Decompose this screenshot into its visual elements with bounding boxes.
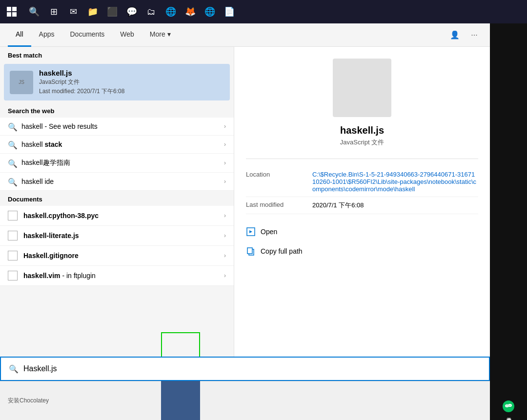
chevron-down-icon: ▾ bbox=[167, 30, 171, 38]
search-icon: 🔍 bbox=[8, 122, 16, 130]
detail-row-modified: Last modified 2020/7/1 下午6:08 bbox=[246, 197, 478, 214]
web-section-header: Search the web bbox=[0, 102, 234, 118]
start-button[interactable] bbox=[0, 0, 23, 23]
result-text-3: haskell趣学指南 bbox=[21, 159, 218, 167]
best-match-item[interactable]: JS haskell.js JavaScript 文件 Last modifie… bbox=[4, 64, 230, 100]
best-match-type: JavaScript 文件 bbox=[39, 78, 224, 86]
search-icon-4: 🔍 bbox=[8, 178, 16, 185]
taskbar: 🔍 ⊞ ✉ 📁 ⬛ 💬 🗂 🌐 🦊 🌐 📄 bbox=[0, 0, 527, 23]
bottom-thumbnail-card bbox=[161, 381, 200, 420]
right-file-name: haskell.js bbox=[340, 125, 384, 136]
taskbar-edge[interactable]: 🌐 bbox=[162, 3, 180, 20]
doc-arrow-4: › bbox=[224, 272, 226, 279]
copy-icon bbox=[246, 246, 256, 256]
svg-point-5 bbox=[506, 405, 507, 406]
doc-item-1[interactable]: haskell.cpython-38.pyc › bbox=[0, 206, 234, 226]
result-text-2: haskell stack bbox=[21, 140, 218, 148]
svg-point-8 bbox=[510, 405, 511, 406]
file-actions: Open Copy full path bbox=[246, 222, 478, 261]
user-icon-button[interactable]: 👤 bbox=[447, 27, 463, 43]
web-result-2[interactable]: 🔍 haskell stack › bbox=[0, 136, 234, 154]
open-icon bbox=[246, 227, 256, 237]
file-preview-icon bbox=[333, 59, 391, 117]
taskbar-firefox[interactable]: 🦊 bbox=[182, 3, 199, 20]
bottom-chocolatey[interactable]: 安装Chocolatey bbox=[8, 397, 49, 405]
best-match-file-icon: JS bbox=[10, 71, 33, 94]
doc-file-icon-2 bbox=[8, 231, 18, 240]
doc-file-icon-3 bbox=[8, 251, 18, 260]
tab-apps[interactable]: Apps bbox=[31, 23, 62, 47]
open-button[interactable]: Open bbox=[246, 222, 478, 241]
taskbar-view[interactable]: ⊞ bbox=[45, 3, 62, 20]
windows-icon bbox=[7, 7, 17, 17]
modified-value: 2020/7/1 下午6:08 bbox=[312, 201, 478, 210]
doc-file-icon-1 bbox=[8, 211, 18, 220]
doc-file-icon-4 bbox=[8, 271, 18, 280]
result-text-4: haskell ide bbox=[21, 178, 218, 185]
web-result-4[interactable]: 🔍 haskell ide › bbox=[0, 173, 234, 191]
doc-text-2: haskell-literate.js bbox=[23, 232, 218, 240]
taskbar-browser2[interactable]: 🌐 bbox=[201, 3, 219, 20]
taskbar-explorer[interactable]: 📁 bbox=[84, 3, 101, 20]
doc-arrow-2: › bbox=[224, 232, 226, 239]
svg-point-6 bbox=[507, 405, 508, 406]
arrow-icon-4: › bbox=[224, 178, 226, 185]
search-input-value[interactable]: Haskell.js bbox=[23, 364, 481, 373]
doc-arrow-1: › bbox=[224, 212, 226, 219]
web-result-1[interactable]: 🔍 haskell - See web results › bbox=[0, 118, 234, 136]
arrow-icon-1: › bbox=[224, 123, 226, 130]
doc-arrow-3: › bbox=[224, 252, 226, 259]
web-result-3[interactable]: 🔍 haskell趣学指南 › bbox=[0, 154, 234, 173]
file-details: Location C:\$Recycle.Bin\S-1-5-21-949340… bbox=[246, 159, 478, 214]
modified-label: Last modified bbox=[246, 201, 304, 210]
taskbar-icons: 🔍 ⊞ ✉ 📁 ⬛ 💬 🗂 🌐 🦊 🌐 📄 bbox=[23, 3, 240, 20]
arrow-icon-3: › bbox=[224, 160, 226, 166]
tab-all[interactable]: All bbox=[8, 23, 31, 47]
best-match-name: haskell.js bbox=[39, 69, 224, 77]
more-options-button[interactable]: ··· bbox=[466, 27, 482, 43]
best-match-date: Last modified: 2020/7/1 下午6:08 bbox=[39, 87, 224, 96]
search-tabs: All Apps Documents Web More ▾ 👤 ··· bbox=[0, 23, 490, 47]
wechat-icon bbox=[503, 400, 514, 412]
right-file-type: JavaScript 文件 bbox=[340, 138, 384, 147]
doc-text-3: Haskell.gitignore bbox=[23, 252, 218, 260]
location-value[interactable]: C:\$Recycle.Bin\S-1-5-21-949340663-27964… bbox=[312, 171, 478, 193]
wechat-widget[interactable]: 云深之无迹 bbox=[503, 400, 514, 414]
taskbar-files[interactable]: 🗂 bbox=[142, 3, 160, 20]
wechat-panel: 云深之无迹 bbox=[490, 0, 527, 420]
svg-rect-2 bbox=[247, 248, 252, 254]
doc-item-4[interactable]: haskell.vim - in ftplugin › bbox=[0, 266, 234, 286]
tab-web[interactable]: Web bbox=[112, 23, 142, 47]
detail-row-location: Location C:\$Recycle.Bin\S-1-5-21-949340… bbox=[246, 167, 478, 197]
tab-documents[interactable]: Documents bbox=[62, 23, 112, 47]
taskbar-search[interactable]: 🔍 bbox=[25, 3, 43, 20]
result-text-1: haskell - See web results bbox=[21, 122, 218, 130]
search-icon-2: 🔍 bbox=[8, 140, 16, 148]
taskbar-terminal[interactable]: ⬛ bbox=[103, 3, 121, 20]
taskbar-mail[interactable]: ✉ bbox=[64, 3, 82, 20]
doc-text-1: haskell.cpython-38.pyc bbox=[23, 212, 218, 220]
bottom-bar: 安装Chocolatey bbox=[0, 381, 490, 420]
search-icon-3: 🔍 bbox=[8, 159, 16, 167]
location-label: Location bbox=[246, 171, 304, 193]
copy-path-button[interactable]: Copy full path bbox=[246, 241, 478, 261]
doc-item-2[interactable]: haskell-literate.js › bbox=[0, 226, 234, 246]
doc-item-3[interactable]: Haskell.gitignore › bbox=[0, 246, 234, 266]
tab-more[interactable]: More ▾ bbox=[142, 23, 179, 47]
search-bar-icon: 🔍 bbox=[9, 364, 19, 374]
search-bar-bottom[interactable]: 🔍 Haskell.js bbox=[0, 357, 490, 381]
search-panel: All Apps Documents Web More ▾ 👤 ··· Best… bbox=[0, 23, 490, 420]
best-match-info: haskell.js JavaScript 文件 Last modified: … bbox=[39, 69, 224, 96]
svg-point-7 bbox=[509, 405, 510, 406]
arrow-icon-2: › bbox=[224, 141, 226, 148]
svg-point-4 bbox=[508, 404, 512, 407]
taskbar-wechat[interactable]: 💬 bbox=[123, 3, 141, 20]
doc-text-4: haskell.vim - in ftplugin bbox=[23, 272, 218, 280]
tab-actions: 👤 ··· bbox=[447, 27, 482, 43]
documents-section-header: Documents bbox=[0, 191, 234, 206]
taskbar-pdf[interactable]: 📄 bbox=[221, 3, 238, 20]
best-match-header: Best match bbox=[0, 47, 234, 62]
